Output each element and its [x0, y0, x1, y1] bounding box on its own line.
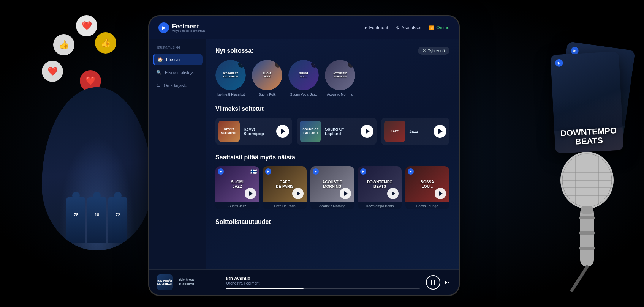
nav-right-items: ➤ Feelment ⚙ Asetukset 📶 Online — [364, 25, 449, 30]
playlist-circle-acoustic[interactable]: ACOUSTICMORNING ✕ Acoustic Morning — [325, 60, 355, 96]
playlist-circle-vocal[interactable]: SUOMIVOC... ✕ Suomi Vocal Jazz — [288, 60, 319, 96]
circle-close[interactable]: ✕ — [348, 61, 354, 68]
thumb-label: SOUND OFLAPLAND — [302, 128, 318, 135]
recently-card-kevyt[interactable]: KEVYTSUOMIPOP Kevyt Suomipop — [215, 118, 292, 145]
front-card-title: DOWNTEMPO BEATS — [560, 126, 617, 147]
reco-row: ▶ 🇫🇮 SUOMIJAZZ Suomi Jazz ▶ — [215, 166, 449, 209]
reco-name-cafe: Cafe De Paris — [263, 202, 307, 209]
circle-name: Suomi Folk — [258, 93, 275, 96]
microphone-area — [511, 150, 617, 296]
play-icon — [281, 129, 285, 134]
circle-name: Suomi Vocal Jazz — [290, 93, 317, 96]
clear-button[interactable]: ✕ Tyhjennä — [418, 47, 449, 55]
microphone-svg — [511, 150, 617, 294]
nav-online: 📶 Online — [429, 25, 449, 30]
reco-play-button[interactable] — [340, 188, 351, 199]
play-kevyt-button[interactable] — [276, 125, 289, 138]
home-icon: 🏠 — [157, 57, 163, 62]
recently-header: Viimeksi soitetut — [215, 105, 449, 112]
logo-area: ▶ Feelment All you need to entertain — [158, 22, 205, 33]
playlist-circle-folk[interactable]: SUOMIFOLK ✕ Suomi Folk — [252, 60, 282, 96]
np-track-artist: Orchestra Feelment — [226, 281, 420, 285]
sidebar-item-home[interactable]: 🏠 Etusivu — [153, 54, 203, 65]
app-logo-icon: ▶ — [158, 22, 169, 33]
recently-card-lapland[interactable]: SOUND OFLAPLAND Sound Of Lapland — [297, 118, 377, 145]
circle-close[interactable]: ✕ — [311, 61, 318, 68]
circle-name: Ikivihreät Klassikot — [217, 93, 245, 96]
recently-name-jazz: Jazz — [409, 129, 430, 134]
reco-play-button[interactable] — [435, 188, 446, 199]
now-playing-title: Nyt soitossa: — [215, 47, 253, 54]
pause-button[interactable] — [426, 275, 440, 290]
circle-close[interactable]: ✕ — [238, 61, 245, 68]
play-triangle — [392, 191, 395, 196]
recently-title: Viimeksi soitetut — [215, 105, 264, 112]
circle-text: IKIVIHREÄTKLASSIKOT — [223, 72, 238, 79]
now-playing-thumb: IKIVIHREÄTKLASSIKOT — [157, 274, 173, 290]
circle-img-ikivihreat: IKIVIHREÄTKLASSIKOT ✕ — [215, 60, 246, 90]
thumbup-icon-1: 👍 — [53, 34, 74, 55]
right-cards-area: ▶ SUOMI ELÄMÄ ▶ DOWNTEMPO BEATS — [553, 53, 621, 152]
app-name: Feelment — [172, 23, 199, 30]
reco-logo: ▶ — [360, 168, 366, 175]
clear-label: Tyhjennä — [428, 49, 445, 53]
np-track-title: 5th Avenue — [226, 276, 420, 281]
app-tagline: All you need to entertain — [172, 29, 205, 33]
reco-header: Saattaisit pitää myös näistä — [215, 154, 449, 161]
play-lapland-button[interactable] — [361, 125, 373, 138]
nav-feelment[interactable]: ➤ Feelment — [364, 25, 388, 30]
reco-card-suomijazz[interactable]: ▶ 🇫🇮 SUOMIJAZZ Suomi Jazz — [215, 166, 259, 209]
sidebar-label-home: Etusivu — [166, 57, 180, 62]
circle-img-folk: SUOMIFOLK ✕ — [252, 60, 282, 90]
nav-settings[interactable]: ⚙ Asetukset — [396, 25, 422, 30]
reco-text: DOWNTEMPOBEATS — [367, 180, 392, 189]
main-content: Nyt soitossa: ✕ Tyhjennä IKIVIHREÄTKLASS… — [206, 39, 459, 269]
np-progress-fill — [226, 288, 304, 289]
right-card-front: ▶ DOWNTEMPO BEATS — [550, 51, 623, 153]
thumb-label: KEVYTSUOMIPOP — [221, 128, 237, 135]
reco-play-button[interactable] — [387, 188, 399, 199]
reco-play-button[interactable] — [245, 188, 256, 199]
mic-band — [579, 247, 595, 250]
circle-img-vocal: SUOMIVOC... ✕ — [288, 60, 319, 90]
mic-band — [579, 216, 595, 219]
play-icon — [366, 129, 370, 134]
sidebar-item-library[interactable]: 🗂 Oma kirjasto — [153, 80, 203, 91]
recommendations-section: Saattaisit pitää myös näistä ▶ 🇫🇮 SUOMIJ… — [215, 154, 449, 209]
reco-text: SUOMIJAZZ — [231, 180, 244, 189]
signal-icon: 📶 — [429, 25, 434, 30]
recently-row: KEVYTSUOMIPOP Kevyt Suomipop SOUND OFLAP… — [215, 118, 449, 145]
recently-card-jazz[interactable]: JAZZ Jazz — [381, 118, 449, 145]
skip-button[interactable]: ⏭ — [445, 279, 451, 286]
play-triangle — [344, 191, 348, 196]
reco-play-button[interactable] — [292, 188, 304, 199]
social-icons-area: ❤️ 👍 👍 ❤️ ❤️ — [30, 11, 114, 95]
pause-bar-1 — [431, 280, 432, 285]
mic-handle — [580, 206, 594, 267]
top-navigation: ▶ Feelment All you need to entertain ➤ F… — [149, 16, 459, 39]
sidebar: Taustamusikki 🏠 Etusivu 🔍 Etsi soittolis… — [149, 39, 206, 269]
np-playlist-name: IkivihreätKlassikot — [179, 278, 217, 287]
reco-name-bossa: Bossa Lounge — [405, 202, 449, 209]
circle-img-acoustic: ACOUSTICMORNING ✕ — [325, 60, 355, 90]
sidebar-item-search[interactable]: 🔍 Etsi soittolistoja — [153, 67, 203, 78]
reco-card-bossa[interactable]: ▶ BOSSALOU... Bossa Lounge — [405, 166, 449, 209]
reco-card-acoustic[interactable]: ▶ ACOUSTICMORNING Acoustic Morning — [310, 166, 354, 209]
reco-name-suomijazz: Suomi Jazz — [215, 202, 259, 209]
playlist-circle-ikivihreat[interactable]: IKIVIHREÄTKLASSIKOT ✕ Ikivihreät Klassik… — [215, 60, 246, 96]
main-area: Taustamusikki 🏠 Etusivu 🔍 Etsi soittolis… — [149, 39, 459, 269]
card-logo-front: ▶ — [555, 59, 563, 67]
heart-icon-2: ❤️ — [42, 61, 63, 82]
np-progress-bar[interactable] — [226, 288, 420, 289]
np-info: 5th Avenue Orchestra Feelment — [226, 276, 420, 289]
circle-close[interactable]: ✕ — [275, 61, 282, 68]
new-playlists-title: Soittolistauutuudet — [215, 219, 271, 225]
recently-name-lapland: Sound Of Lapland — [325, 127, 357, 136]
mic-band — [579, 231, 595, 235]
play-jazz-button[interactable] — [434, 125, 446, 138]
reco-card-cafe[interactable]: ▶ CAFEDE PARIS Cafe De Paris — [263, 166, 307, 209]
reco-logo: ▶ — [408, 168, 414, 175]
reco-card-downtempo[interactable]: ▶ DOWNTEMPOBEATS Downtempo Beats — [358, 166, 402, 209]
card-title-line2: BEATS — [575, 135, 603, 146]
thumbup-icon-2: 👍 — [95, 32, 116, 54]
